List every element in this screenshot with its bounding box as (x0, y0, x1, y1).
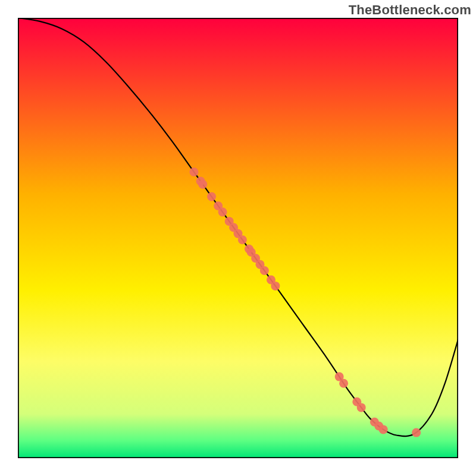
data-marker (198, 180, 207, 189)
chart-container: TheBottleneck.com (0, 0, 476, 476)
data-marker (339, 379, 348, 388)
watermark-text: TheBottleneck.com (349, 2, 471, 18)
data-marker (412, 428, 421, 437)
data-marker (207, 192, 216, 201)
data-marker (260, 266, 269, 275)
data-marker (190, 168, 199, 177)
plot-area (18, 18, 458, 458)
data-marker (379, 425, 388, 434)
data-marker (357, 403, 366, 412)
data-marker (218, 208, 227, 217)
data-marker (238, 235, 247, 244)
chart-svg (18, 18, 458, 458)
data-marker (271, 281, 280, 290)
